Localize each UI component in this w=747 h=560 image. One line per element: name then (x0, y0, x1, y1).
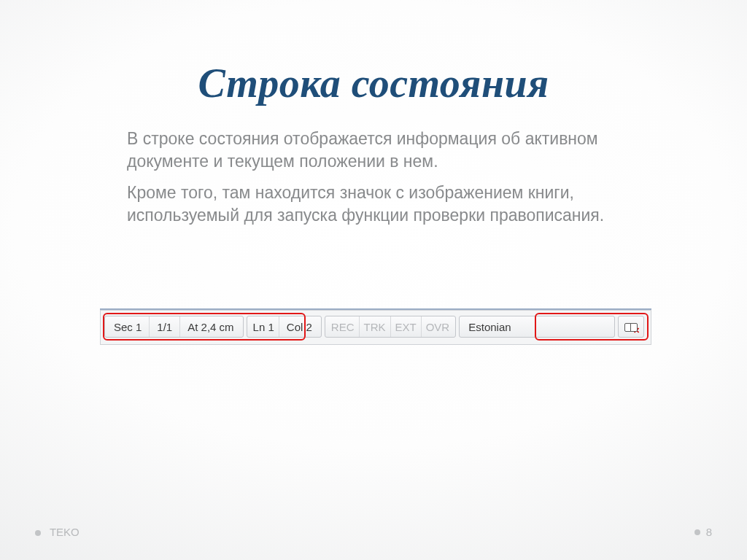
error-mark-icon: ✕ (633, 327, 640, 334)
status-line: Ln 1 (249, 316, 279, 337)
status-mode-trk: TRK (360, 316, 391, 337)
status-page-count: 1/1 (150, 316, 180, 337)
spellcheck-button[interactable]: ✕ (620, 316, 642, 337)
status-group-page: Sec 1 1/1 At 2,4 cm (104, 316, 244, 338)
status-column: Col 2 (279, 316, 320, 337)
status-mode-ext: EXT (391, 316, 422, 337)
slide-footer: TEKO 8 (0, 526, 747, 538)
slide-body: В строке состояния отображается информац… (127, 128, 623, 236)
status-col-label: Col (287, 321, 303, 333)
footer-left: TEKO (35, 526, 80, 538)
status-mode-rec: REC (327, 316, 360, 337)
status-bar-illustration: Sec 1 1/1 At 2,4 cm Ln 1 Col 2 REC TRK E… (100, 308, 651, 345)
body-paragraph-1: В строке состояния отображается информац… (127, 128, 623, 173)
status-group-spellcheck: ✕ (618, 316, 644, 338)
status-language: Estonian (461, 316, 613, 337)
footer-text: TEKO (50, 526, 80, 538)
bullet-icon (694, 529, 700, 535)
status-at: At 2,4 cm (180, 316, 241, 337)
page-number: 8 (706, 526, 712, 538)
body-paragraph-2: Кроме того, там находится значок с изобр… (127, 182, 623, 227)
status-ln-label: Ln (253, 321, 266, 333)
status-section: Sec 1 (107, 316, 150, 337)
footer-right: 8 (694, 526, 712, 538)
status-group-language: Estonian (459, 316, 615, 338)
book-icon: ✕ (624, 322, 638, 332)
status-group-modes: REC TRK EXT OVR (325, 316, 456, 338)
status-group-cursor: Ln 1 Col 2 (247, 316, 322, 338)
bullet-icon (35, 530, 41, 536)
slide-title: Строка состояния (0, 60, 747, 106)
status-at-value: 2,4 cm (201, 321, 234, 333)
status-col-value: 2 (306, 321, 311, 333)
status-at-label: At (187, 321, 198, 333)
status-bar: Sec 1 1/1 At 2,4 cm Ln 1 Col 2 REC TRK E… (104, 316, 647, 338)
status-ln-value: 1 (268, 321, 274, 333)
status-mode-ovr: OVR (422, 316, 454, 337)
